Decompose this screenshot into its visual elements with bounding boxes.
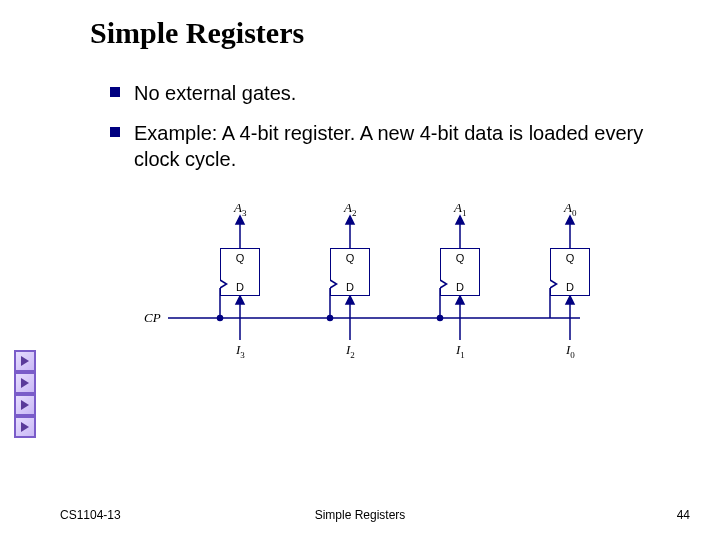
cp-label: CP — [144, 310, 161, 326]
clock-triangle-icon — [220, 279, 228, 289]
bullet-item: No external gates. — [110, 80, 680, 106]
flipflop-2: Q D — [330, 248, 370, 296]
ff-d-label: D — [456, 281, 464, 293]
decoration-arrow-icon — [14, 372, 36, 394]
ff-d-label: D — [236, 281, 244, 293]
svg-marker-15 — [566, 296, 574, 304]
ff-q-label: Q — [456, 252, 465, 264]
input-label-i2: I2 — [346, 342, 355, 360]
svg-marker-11 — [346, 296, 354, 304]
svg-point-20 — [328, 316, 333, 321]
input-label-i1: I1 — [456, 342, 465, 360]
footer-page-number: 44 — [677, 508, 690, 522]
svg-point-18 — [218, 316, 223, 321]
output-label-a1: A1 — [454, 200, 466, 218]
bullet-text: No external gates. — [134, 80, 296, 106]
flipflop-1: Q D — [440, 248, 480, 296]
clock-triangle-icon — [440, 279, 448, 289]
bullet-marker — [110, 127, 120, 137]
decoration-arrow-icon — [14, 350, 36, 372]
svg-point-22 — [438, 316, 443, 321]
output-label-a2: A2 — [344, 200, 356, 218]
ff-q-label: Q — [346, 252, 355, 264]
input-label-i3: I3 — [236, 342, 245, 360]
footer-course-code: CS1104-13 — [60, 508, 121, 522]
ff-q-label: Q — [236, 252, 245, 264]
clock-triangle-icon — [550, 279, 558, 289]
input-label-i0: I0 — [566, 342, 575, 360]
output-label-a0: A0 — [564, 200, 576, 218]
ff-q-label: Q — [566, 252, 575, 264]
decoration-arrow-icon — [14, 394, 36, 416]
diagram-wires — [150, 200, 630, 400]
clock-triangle-icon — [330, 279, 338, 289]
register-diagram: Q D Q D Q D Q D A3 A2 A1 A0 I3 I2 I1 I0 … — [150, 200, 630, 400]
decoration-arrow-icon — [14, 416, 36, 438]
output-label-a3: A3 — [234, 200, 246, 218]
ff-d-label: D — [566, 281, 574, 293]
footer-title: Simple Registers — [315, 508, 406, 522]
flipflop-3: Q D — [220, 248, 260, 296]
bullet-text: Example: A 4-bit register. A new 4-bit d… — [134, 120, 680, 172]
bullet-list: No external gates. Example: A 4-bit regi… — [110, 80, 680, 186]
bullet-marker — [110, 87, 120, 97]
svg-marker-9 — [236, 296, 244, 304]
svg-marker-13 — [456, 296, 464, 304]
flipflop-0: Q D — [550, 248, 590, 296]
ff-d-label: D — [346, 281, 354, 293]
bullet-item: Example: A 4-bit register. A new 4-bit d… — [110, 120, 680, 172]
slide-decoration — [14, 350, 42, 438]
slide-title: Simple Registers — [90, 16, 304, 50]
